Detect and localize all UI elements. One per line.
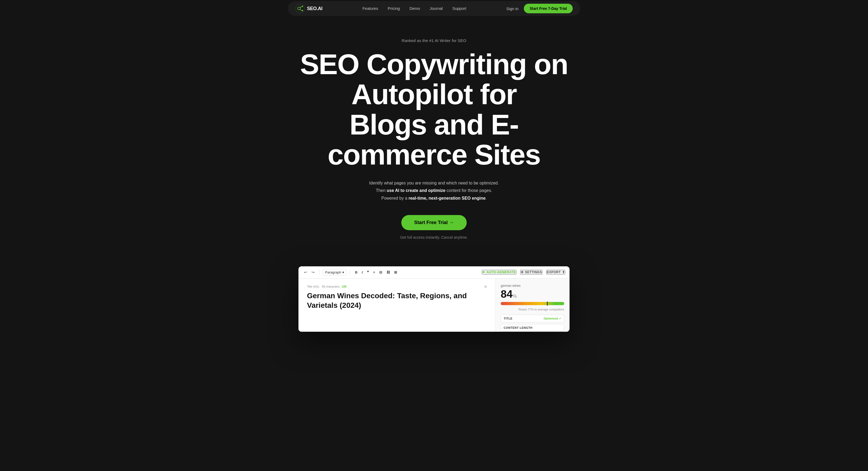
hero-cta-button[interactable]: Start Free Trial →: [401, 215, 466, 230]
gear-icon: ⚙: [521, 270, 524, 274]
svg-point-5: [302, 10, 303, 11]
chevron-down-icon: ▾: [342, 270, 344, 274]
italic-button[interactable]: I: [360, 269, 365, 275]
nav-pricing[interactable]: Pricing: [388, 6, 400, 11]
sign-in-link[interactable]: Sign in: [506, 6, 519, 11]
logo-icon: [295, 4, 305, 13]
pencil-icon: ✏: [483, 270, 485, 274]
hero-title-line1: SEO Copywriting on Autopilot for: [300, 48, 568, 110]
hero-cta-area: Start Free Trial → Get full access insta…: [5, 215, 863, 240]
toolbar-format: B I ❞ ≡ ⊟ ⛓ ⊞: [353, 269, 399, 275]
table-button[interactable]: ⊞: [392, 269, 399, 275]
meta-item-content-length: CONTENT LENGTH: [501, 324, 564, 332]
undo-button[interactable]: ↩: [303, 270, 309, 275]
editor-article-title: German Wines Decoded: Taste, Regions, an…: [307, 291, 487, 310]
quote-button[interactable]: ❞: [365, 269, 371, 275]
auto-generate-button[interactable]: ✏ AUTO-GENERATE: [482, 270, 517, 275]
export-button[interactable]: EXPORT ⬆: [546, 270, 565, 275]
nav-cta-button[interactable]: Start Free 7-Day Trial: [524, 4, 573, 13]
svg-point-4: [302, 6, 303, 7]
nav-links: Features Pricing Demo Journal Support: [363, 6, 466, 11]
hero-subtitle: Identify what pages you are missing and …: [354, 180, 514, 202]
hero-cta-subtext: Get full access instantly. Cancel anytim…: [400, 235, 468, 240]
hero-section: Ranked as the #1 AI Writer for SEO SEO C…: [0, 17, 868, 256]
hero-subtitle-bold1: use AI to create and optimize: [387, 188, 445, 193]
score-keyword: german wines: [501, 284, 564, 288]
check-icon: ✓: [559, 317, 561, 320]
demo-container: ↩ ↪ Paragraph ▾ B I ❞ ≡ ⊟ ⛓ ⊞ ✏ AUT: [288, 266, 580, 332]
demo-window: ↩ ↪ Paragraph ▾ B I ❞ ≡ ⊟ ⛓ ⊞ ✏ AUT: [299, 266, 569, 332]
toolbar-nav: ↩ ↪: [303, 270, 316, 275]
score-number: 84: [501, 288, 513, 300]
toolbar-separator-2: [350, 270, 350, 275]
hero-title-line2: Blogs and E-commerce Sites: [328, 108, 540, 170]
paragraph-select[interactable]: Paragraph ▾: [323, 269, 347, 276]
nav-demo[interactable]: Demo: [409, 6, 420, 11]
toolbar-separator: [319, 270, 319, 275]
hero-subtitle-bold2: real-time, next-generation SEO engine: [408, 196, 486, 200]
demo-sidebar: german wines 84% Reach 77% to average co…: [495, 279, 569, 332]
score-bar: [501, 302, 564, 305]
demo-toolbar: ↩ ↪ Paragraph ▾ B I ❞ ≡ ⊟ ⛓ ⊞ ✏ AUT: [299, 266, 569, 279]
nav-right: Sign in Start Free 7-Day Trial: [506, 4, 573, 13]
meta-item-title: TITLE Optimised ✓: [501, 315, 564, 322]
hero-subtitle-line2: Then use AI to create and optimize conte…: [354, 187, 514, 195]
bold-button[interactable]: B: [353, 269, 359, 275]
nav-features[interactable]: Features: [363, 6, 378, 11]
editor-title-meta: Title (H1): 58 characters 100 ⧉: [307, 285, 487, 288]
numbered-list-button[interactable]: ⊟: [377, 269, 384, 275]
settings-button[interactable]: ⚙ SETTINGS: [520, 270, 543, 275]
bullet-list-button[interactable]: ≡: [371, 269, 377, 275]
copy-icon[interactable]: ⧉: [485, 285, 487, 288]
score-reach-text: Reach 77% to average competitors: [501, 308, 564, 311]
nav-support[interactable]: Support: [452, 6, 466, 11]
export-icon: ⬆: [562, 270, 565, 274]
hero-title: SEO Copywriting on Autopilot for Blogs a…: [288, 49, 580, 170]
link-button[interactable]: ⛓: [384, 269, 392, 275]
logo[interactable]: SEO.AI: [295, 4, 322, 13]
score-suffix: %: [513, 293, 517, 299]
demo-editor[interactable]: Title (H1): 58 characters 100 ⧉ German W…: [299, 279, 495, 332]
meta-status-title: Optimised ✓: [544, 317, 561, 320]
meta-items: TITLE Optimised ✓ CONTENT LENGTH META DE…: [501, 315, 564, 332]
nav-journal[interactable]: Journal: [430, 6, 443, 11]
redo-button[interactable]: ↪: [310, 270, 316, 275]
hero-badge: Ranked as the #1 AI Writer for SEO: [5, 38, 863, 43]
toolbar-right: ✏ AUTO-GENERATE ⚙ SETTINGS EXPORT ⬆: [482, 270, 565, 275]
logo-text: SEO.AI: [307, 6, 322, 11]
demo-body: Title (H1): 58 characters 100 ⧉ German W…: [299, 279, 569, 332]
score-display: 84%: [501, 289, 564, 299]
hero-subtitle-line1: Identify what pages you are missing and …: [354, 180, 514, 187]
hero-subtitle-line3: Powered by a real-time, next-generation …: [354, 195, 514, 202]
score-bar-container: [501, 302, 564, 305]
